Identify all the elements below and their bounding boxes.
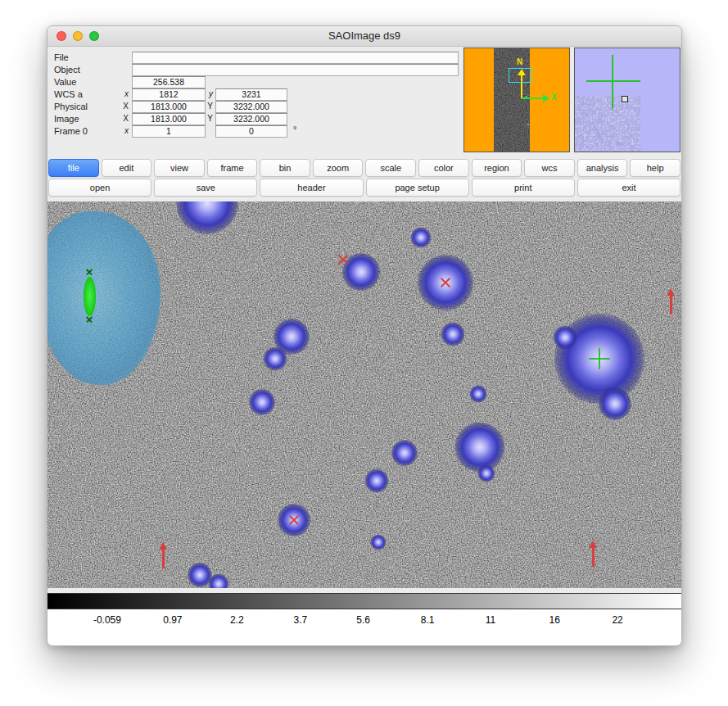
open-button[interactable]: open — [48, 179, 151, 197]
colorbar-tick: 0.97 — [163, 614, 182, 626]
menu-file[interactable]: file — [48, 159, 99, 177]
menu-frame[interactable]: frame — [207, 159, 258, 177]
star-blob — [441, 323, 465, 346]
frame-rotation-field[interactable]: 0 — [215, 125, 287, 138]
menu-color[interactable]: color — [418, 159, 469, 177]
info-row-file: File — [54, 52, 463, 63]
marker-layer — [47, 201, 682, 588]
file-field[interactable] — [132, 52, 459, 64]
image-x-field[interactable]: 1813.000 — [132, 113, 206, 125]
compass-x-label: X — [551, 93, 557, 102]
image-y-label: Y — [205, 114, 213, 123]
star-blob — [365, 469, 389, 493]
info-row-object: Object — [54, 65, 463, 75]
red-arrow-marker[interactable] — [158, 542, 168, 568]
magnifier-crosshair-vertical — [612, 55, 613, 109]
star-blob — [411, 228, 432, 248]
green-crosshair-marker[interactable] — [589, 348, 610, 369]
menu-wcs[interactable]: wcs — [524, 159, 575, 177]
colorbar-tick: 8.1 — [421, 614, 435, 626]
colorbar-tick: 22 — [612, 614, 622, 626]
physical-x-field[interactable]: 1813.000 — [132, 101, 206, 113]
colorbar-tick: -0.059 — [93, 614, 121, 626]
red-cross-marker[interactable] — [440, 277, 451, 288]
star-blob — [391, 440, 418, 466]
save-button[interactable]: save — [154, 179, 257, 197]
magnifier-panel[interactable] — [574, 48, 681, 152]
colorbar-tick: 3.7 — [294, 614, 308, 626]
red-cross-marker[interactable] — [288, 514, 300, 526]
menu-zoom[interactable]: zoom — [313, 159, 364, 177]
compass-x-arrow-icon — [543, 94, 549, 102]
object-label: Object — [54, 65, 80, 75]
menu-help[interactable]: help — [630, 159, 681, 177]
image-x-label: X — [120, 114, 129, 123]
info-row-wcs: WCS a x 1812 y 3231 — [54, 89, 463, 100]
window-title: SAOImage ds9 — [47, 29, 681, 42]
star-blob — [249, 389, 275, 415]
image-y-field[interactable]: 3232.000 — [215, 113, 287, 125]
star-blob — [371, 535, 387, 550]
red-arrow-marker[interactable] — [588, 541, 598, 567]
menu-analysis[interactable]: analysis — [577, 159, 628, 177]
panner-image-strip — [494, 48, 530, 152]
panner-panel[interactable]: N X — [463, 48, 570, 152]
wcs-y-field[interactable]: 3231 — [215, 88, 287, 101]
frame-label: Frame 0 — [54, 126, 88, 136]
magnifier-crosshair-horizontal — [586, 80, 640, 82]
ds9-window: SAOImage ds9 File Object Value 256.538 W… — [47, 25, 682, 646]
star-blob — [554, 326, 577, 350]
frame-zoom-field[interactable]: 1 — [132, 125, 206, 138]
info-row-image: Image X 1813.000 Y 3232.000 — [54, 114, 463, 124]
red-cross-marker[interactable] — [337, 254, 349, 265]
image-canvas[interactable] — [47, 201, 682, 588]
menu-edit[interactable]: edit — [102, 159, 152, 177]
red-arrow-marker[interactable] — [666, 288, 676, 315]
wcs-y-label: y — [205, 89, 213, 98]
menu-scale[interactable]: scale — [365, 159, 416, 177]
star-blob — [264, 347, 287, 371]
menu-region[interactable]: region — [472, 159, 522, 177]
compass-north-label: N — [517, 57, 522, 66]
frame-x-label: x — [120, 126, 129, 135]
menu-bin[interactable]: bin — [260, 159, 310, 177]
physical-label: Physical — [54, 102, 88, 111]
degree-symbol: ° — [293, 124, 296, 134]
star-blob — [478, 465, 495, 482]
physical-y-field[interactable]: 3232.000 — [215, 101, 287, 113]
colorbar-label-band: -0.059 0.97 2.2 3.7 5.6 8.1 11 16 22 — [47, 609, 681, 645]
info-row-physical: Physical X 1813.000 Y 3232.000 — [54, 102, 463, 112]
star-blob — [209, 574, 229, 589]
header-button[interactable]: header — [260, 179, 363, 197]
colorbar-tick: 2.2 — [230, 614, 244, 626]
page-setup-button[interactable]: page setup — [366, 179, 469, 197]
physical-x-label: X — [120, 102, 129, 111]
menu-view[interactable]: view — [154, 159, 205, 177]
star-blob — [470, 386, 487, 403]
menu-bar: file edit view frame bin zoom scale colo… — [48, 159, 681, 177]
file-label: File — [54, 52, 69, 62]
value-field[interactable]: 256.538 — [132, 76, 206, 88]
titlebar[interactable]: SAOImage ds9 — [47, 26, 681, 47]
colorbar-tick: 11 — [486, 614, 495, 626]
star-blob — [455, 423, 505, 473]
wcs-x-field[interactable]: 1812 — [132, 88, 206, 101]
image-label: Image — [54, 114, 79, 124]
wcs-label: WCS a — [54, 89, 83, 99]
wcs-x-label: x — [120, 89, 129, 98]
panner-view-box[interactable] — [509, 68, 532, 83]
physical-y-label: Y — [205, 102, 213, 111]
colorbar[interactable] — [47, 593, 682, 609]
colorbar-tick: 16 — [549, 614, 560, 626]
print-button[interactable]: print — [472, 179, 575, 197]
colorbar-tick: 5.6 — [356, 614, 370, 626]
star-blob — [599, 387, 631, 420]
info-row-value: Value 256.538 — [54, 77, 463, 88]
object-field[interactable] — [132, 64, 459, 76]
info-row-frame: Frame 0 x 1 0 ° — [54, 126, 463, 137]
exit-button[interactable]: exit — [577, 179, 681, 197]
file-button-bar: open save header page setup print exit — [48, 179, 681, 197]
value-label: Value — [54, 77, 76, 87]
magnifier-pixel-cursor — [622, 96, 628, 102]
compass-x-line — [522, 97, 543, 99]
